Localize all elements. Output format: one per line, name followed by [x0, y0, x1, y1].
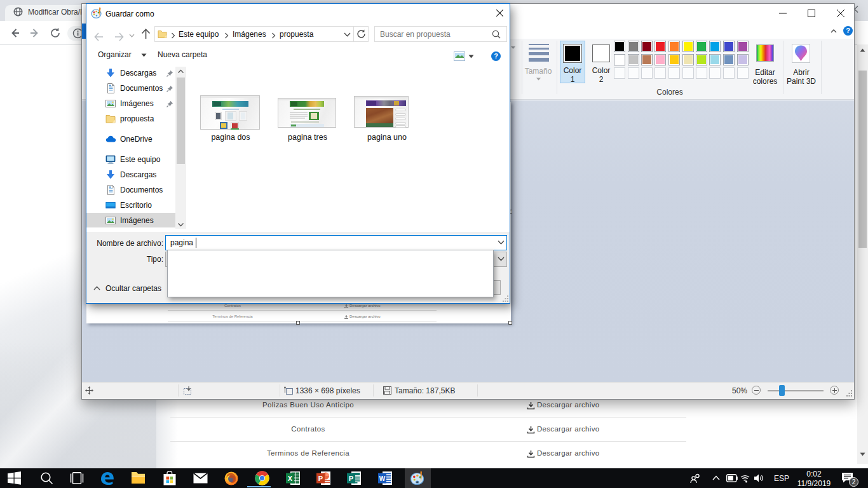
- svg-text:X: X: [288, 475, 293, 482]
- svg-text:P: P: [318, 475, 323, 482]
- svg-text:W: W: [379, 475, 386, 482]
- svg-text:P: P: [349, 475, 353, 482]
